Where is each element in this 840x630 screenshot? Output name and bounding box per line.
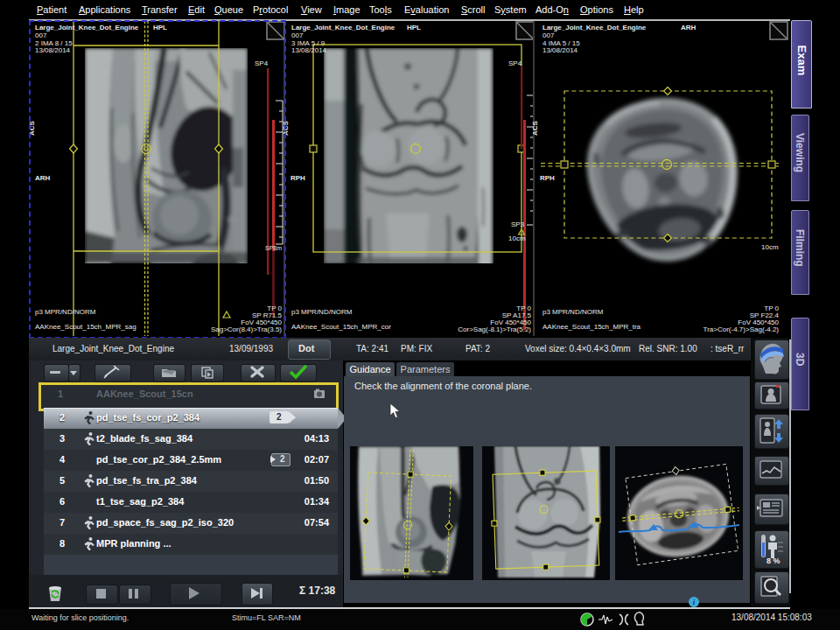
svg-text:8 %: 8 % bbox=[766, 556, 780, 565]
